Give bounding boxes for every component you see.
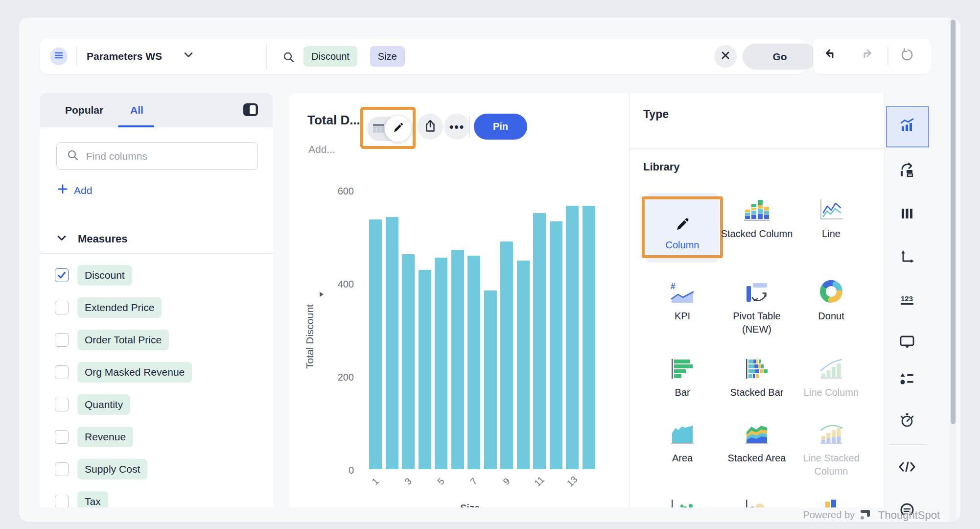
- checkbox-unchecked[interactable]: [55, 462, 69, 476]
- checkbox-unchecked[interactable]: [55, 495, 69, 507]
- divider: [76, 47, 77, 66]
- library-tile-pivot-table[interactable]: Pivot Table (NEW): [720, 275, 793, 336]
- bar-size-6[interactable]: [451, 250, 464, 469]
- measure-row-quantity[interactable]: Quantity: [40, 392, 273, 417]
- library-tile-stacked-bar[interactable]: Stacked Bar: [720, 352, 793, 399]
- checkbox-unchecked[interactable]: [55, 398, 69, 411]
- measure-label: Quantity: [77, 394, 130, 415]
- measure-row-discount[interactable]: Discount: [40, 263, 273, 288]
- measure-row-revenue[interactable]: Revenue: [40, 425, 273, 449]
- search-token-row[interactable]: DiscountSize: [303, 46, 405, 67]
- y-axis-label[interactable]: Total Discount: [304, 261, 316, 412]
- reset-button[interactable]: [900, 48, 914, 64]
- answer-title[interactable]: Total D...: [307, 113, 360, 128]
- library-tile-scatter[interactable]: [646, 490, 719, 507]
- y-tick: 600: [323, 186, 354, 197]
- bar-size-11[interactable]: [533, 213, 546, 469]
- toolbar-code-button[interactable]: [896, 457, 918, 479]
- y-axis-label-wrap: Total Discount: [303, 255, 317, 421]
- undo-button[interactable]: [825, 48, 838, 61]
- tile-label: Pivot Table (NEW): [720, 310, 793, 336]
- chart-config-icon: [899, 117, 915, 136]
- bar-size-8[interactable]: [484, 290, 497, 469]
- divider: [630, 148, 885, 149]
- library-tile-bar[interactable]: Bar: [646, 352, 719, 399]
- library-tile-kpi[interactable]: #KPI: [646, 275, 719, 323]
- library-tile-donut[interactable]: Donut: [794, 275, 868, 323]
- bar-size-14[interactable]: [583, 206, 595, 469]
- answer-description[interactable]: Add...: [308, 144, 335, 155]
- toolbar-tooltip-button[interactable]: [896, 332, 918, 354]
- pin-button[interactable]: Pin: [474, 114, 527, 140]
- share-button[interactable]: [417, 114, 443, 140]
- tile-label: Stacked Area: [728, 452, 786, 465]
- search-icon: [282, 51, 295, 66]
- checkbox-unchecked[interactable]: [55, 333, 69, 347]
- go-button[interactable]: Go: [743, 44, 817, 70]
- add-column-button[interactable]: Add: [57, 184, 92, 197]
- search-token-size[interactable]: Size: [370, 46, 405, 67]
- x-axis-label[interactable]: Size: [450, 503, 490, 507]
- toolbar-timer-button[interactable]: [896, 410, 918, 432]
- table-icon: [372, 122, 385, 135]
- bar-size-2[interactable]: [386, 217, 398, 469]
- tile-label: Line Stacked Column: [794, 452, 868, 478]
- bar-size-13[interactable]: [566, 206, 579, 469]
- library-tile-bubble[interactable]: [720, 490, 793, 507]
- measure-row-order-total-price[interactable]: Order Total Price: [40, 328, 273, 352]
- measures-section-title: Measures: [78, 233, 128, 245]
- checkbox-checked[interactable]: [55, 268, 69, 282]
- library-tile-stacked-column[interactable]: Stacked Column: [720, 193, 793, 240]
- clear-search-button[interactable]: [714, 45, 737, 68]
- measure-row-org-masked-revenue[interactable]: Org Masked Revenue: [40, 360, 273, 385]
- bar-size-4[interactable]: [419, 270, 431, 469]
- collapse-panel-button[interactable]: [243, 103, 258, 119]
- checkbox-unchecked[interactable]: [55, 301, 69, 314]
- toolbar-legend-button[interactable]: [896, 369, 918, 390]
- search-token-discount[interactable]: Discount: [303, 46, 357, 67]
- toolbar-change-visualization-button[interactable]: [896, 160, 918, 181]
- measure-row-tax[interactable]: Tax: [40, 489, 273, 507]
- library-tile-waterfall[interactable]: [794, 490, 868, 507]
- bar-size-9[interactable]: [500, 241, 513, 469]
- bar-size-12[interactable]: [550, 221, 562, 469]
- more-options-button[interactable]: •••: [444, 114, 470, 140]
- share-icon: [424, 119, 437, 135]
- y-tick: 0: [323, 465, 354, 476]
- edit-chart-button[interactable]: [385, 116, 411, 142]
- measures-section-header[interactable]: Measures: [40, 225, 273, 253]
- chevron-down-icon[interactable]: [183, 51, 194, 60]
- page-scrollbar[interactable]: [950, 18, 957, 522]
- bar-size-3[interactable]: [402, 254, 415, 469]
- divider: [40, 253, 273, 254]
- library-tile-column[interactable]: Column: [646, 193, 719, 263]
- bar-size-10[interactable]: [517, 261, 530, 469]
- library-tile-line-stacked-column[interactable]: Line Stacked Column: [794, 417, 868, 478]
- measure-row-supply-cost[interactable]: Supply Cost: [40, 457, 273, 481]
- page-scrollbar-thumb[interactable]: [951, 20, 956, 424]
- hamburger-menu-button[interactable]: [50, 48, 68, 65]
- library-tile-line-column[interactable]: Line Column: [794, 352, 868, 399]
- workspace-selector[interactable]: Parameters WS: [87, 39, 162, 74]
- bar-size-7[interactable]: [467, 256, 480, 469]
- redo-button[interactable]: [860, 48, 872, 61]
- line-stacked-column-icon: [818, 417, 844, 446]
- toolbar-chart-config-button[interactable]: [896, 116, 918, 137]
- bar-size-5[interactable]: [435, 258, 447, 469]
- toolbar-columns-button[interactable]: [896, 204, 918, 225]
- library-tile-area[interactable]: Area: [646, 417, 719, 465]
- toolbar-number-format-button[interactable]: 123: [896, 290, 918, 312]
- checkbox-unchecked[interactable]: [55, 365, 69, 379]
- library-tile-stacked-area[interactable]: Stacked Area: [720, 417, 793, 465]
- measure-row-extended-price[interactable]: Extended Price: [40, 295, 273, 320]
- tile-label: Bar: [675, 386, 690, 399]
- toolbar-axes-button[interactable]: [896, 247, 918, 269]
- find-columns-input[interactable]: Find columns: [56, 142, 258, 170]
- checkbox-unchecked[interactable]: [55, 430, 69, 444]
- tab-popular[interactable]: Popular: [65, 93, 103, 127]
- x-tick: 5: [430, 471, 452, 492]
- tab-all[interactable]: All: [130, 93, 143, 127]
- bar-size-1[interactable]: [369, 219, 382, 469]
- library-tile-line[interactable]: Line: [794, 193, 868, 240]
- table-chart-toggle[interactable]: [367, 116, 409, 142]
